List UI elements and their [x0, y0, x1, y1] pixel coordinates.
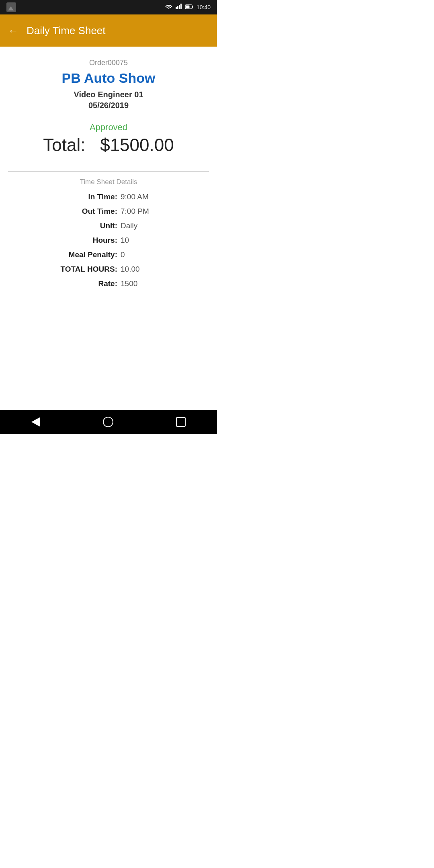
- detail-label: Meal Penalty:: [40, 250, 121, 259]
- wifi-icon: [165, 4, 172, 11]
- detail-row: Unit:Daily: [8, 221, 209, 230]
- total-amount: Total: $1500.00: [43, 135, 174, 155]
- status-bar: 10:40: [0, 0, 217, 14]
- svg-rect-7: [186, 6, 189, 8]
- role-name: Video Engineer 01: [74, 90, 143, 99]
- details-section: Time Sheet Details In Time:9:00 AMOut Ti…: [8, 171, 209, 294]
- detail-value: 1500: [121, 279, 177, 288]
- detail-value: 0: [121, 250, 177, 259]
- detail-label: Hours:: [40, 236, 121, 245]
- details-title: Time Sheet Details: [8, 178, 209, 186]
- svg-point-0: [168, 8, 169, 10]
- detail-value: 10: [121, 236, 177, 245]
- detail-label: TOTAL HOURS:: [40, 265, 121, 274]
- back-triangle-icon: [31, 417, 40, 427]
- detail-row: Rate:1500: [8, 279, 209, 288]
- app-bar-title: Daily Time Sheet: [27, 25, 106, 37]
- project-name: PB Auto Show: [62, 70, 156, 86]
- svg-rect-6: [192, 6, 193, 8]
- detail-row: TOTAL HOURS:10.00: [8, 265, 209, 274]
- status-bar-left: [6, 2, 16, 12]
- svg-rect-2: [177, 6, 178, 9]
- detail-row: Hours:10: [8, 236, 209, 245]
- total-value: $1500.00: [100, 135, 174, 155]
- bottom-navigation: [0, 410, 217, 434]
- nav-recents-button[interactable]: [176, 417, 186, 427]
- svg-rect-4: [180, 4, 182, 9]
- detail-label: Out Time:: [40, 207, 121, 216]
- recents-square-icon: [176, 417, 186, 427]
- detail-row: In Time:9:00 AM: [8, 192, 209, 201]
- detail-row: Meal Penalty:0: [8, 250, 209, 259]
- total-label: Total:: [43, 135, 85, 155]
- svg-rect-3: [179, 5, 180, 9]
- main-content: Order00075 PB Auto Show Video Engineer 0…: [0, 47, 217, 302]
- detail-value: 10.00: [121, 265, 177, 274]
- detail-value: 7:00 PM: [121, 207, 177, 216]
- details-rows: In Time:9:00 AMOut Time:7:00 PMUnit:Dail…: [8, 192, 209, 288]
- detail-row: Out Time:7:00 PM: [8, 207, 209, 216]
- detail-label: Rate:: [40, 279, 121, 288]
- approval-status: Approved: [90, 122, 127, 133]
- app-bar: ← Daily Time Sheet: [0, 14, 217, 47]
- status-bar-right: 10:40: [165, 4, 211, 11]
- status-time: 10:40: [197, 4, 211, 10]
- signal-icon: [176, 4, 182, 11]
- detail-value: 9:00 AM: [121, 192, 177, 201]
- order-date: 05/26/2019: [88, 101, 129, 110]
- svg-rect-1: [176, 7, 177, 9]
- detail-label: In Time:: [40, 192, 121, 201]
- home-circle-icon: [103, 417, 113, 427]
- battery-icon: [185, 4, 193, 11]
- back-button[interactable]: ←: [8, 25, 18, 36]
- gallery-icon: [6, 2, 16, 12]
- detail-label: Unit:: [40, 221, 121, 230]
- detail-value: Daily: [121, 221, 177, 230]
- nav-back-button[interactable]: [31, 417, 40, 427]
- order-number: Order00075: [89, 59, 128, 67]
- nav-home-button[interactable]: [103, 417, 113, 427]
